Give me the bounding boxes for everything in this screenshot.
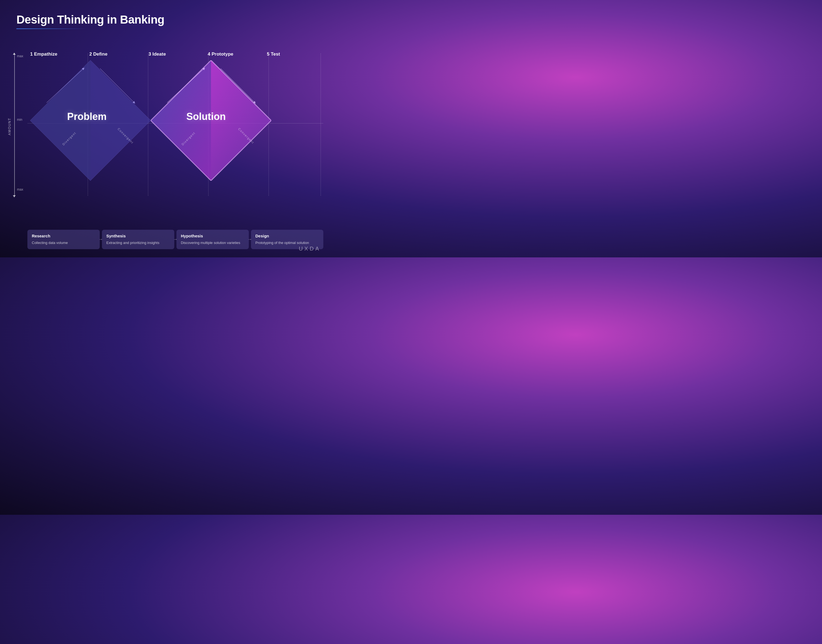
card-research-title: Research bbox=[32, 233, 95, 238]
step-test: 5 Test bbox=[264, 52, 323, 57]
page-title: Design Thinking in Banking bbox=[17, 13, 164, 26]
cards-row: Research Collecting data volume → Synthe… bbox=[28, 230, 323, 249]
step-empathize: 1 Empathize bbox=[28, 52, 87, 57]
step-define: 2 Define bbox=[87, 52, 146, 57]
uxda-logo: UXDA bbox=[299, 245, 321, 252]
y-axis-label: Amount bbox=[8, 118, 12, 135]
y-axis-arrow-top bbox=[13, 52, 15, 55]
step-ideate-label: 3 Ideate bbox=[149, 52, 205, 57]
step-prototype: 4 Prototype bbox=[205, 52, 264, 57]
title-underline bbox=[17, 29, 88, 29]
solution-label: Solution bbox=[186, 111, 226, 123]
card-hypothesis-arrow: → bbox=[247, 236, 253, 242]
card-hypothesis-title: Hypothesis bbox=[181, 233, 244, 238]
y-axis-arrow-bottom bbox=[13, 195, 15, 198]
y-label-max-bottom: max bbox=[17, 187, 23, 192]
card-synthesis-arrow: → bbox=[173, 236, 178, 242]
card-synthesis-desc: Extracting and prioritizing insights bbox=[106, 241, 170, 245]
y-axis-line bbox=[14, 54, 15, 196]
step-empathize-label: 1 Empathize bbox=[30, 52, 87, 57]
card-synthesis: Synthesis Extracting and prioritizing in… bbox=[102, 230, 174, 249]
card-hypothesis: Hypothesis Discovering multiple solution… bbox=[177, 230, 249, 249]
card-research-arrow: → bbox=[98, 236, 104, 242]
card-research: Research Collecting data volume → bbox=[28, 230, 100, 249]
y-label-min: min bbox=[17, 118, 22, 121]
diamonds-area: Divergent Convergent Divergent Convergen… bbox=[28, 57, 323, 192]
card-hypothesis-desc: Discovering multiple solution varieties bbox=[181, 241, 244, 245]
step-prototype-label: 4 Prototype bbox=[208, 52, 264, 57]
y-label-max-top: max bbox=[17, 54, 23, 58]
problem-label: Problem bbox=[67, 111, 107, 123]
card-design-title: Design bbox=[255, 233, 319, 238]
step-headers: 1 Empathize 2 Define 3 Ideate 4 Prototyp… bbox=[28, 52, 323, 57]
step-test-label: 5 Test bbox=[267, 52, 323, 57]
card-research-desc: Collecting data volume bbox=[32, 241, 95, 245]
card-synthesis-title: Synthesis bbox=[106, 233, 170, 238]
card-design-desc: Prototyping of the optimal solution bbox=[255, 241, 319, 245]
step-ideate: 3 Ideate bbox=[146, 52, 205, 57]
step-define-label: 2 Define bbox=[89, 52, 146, 57]
